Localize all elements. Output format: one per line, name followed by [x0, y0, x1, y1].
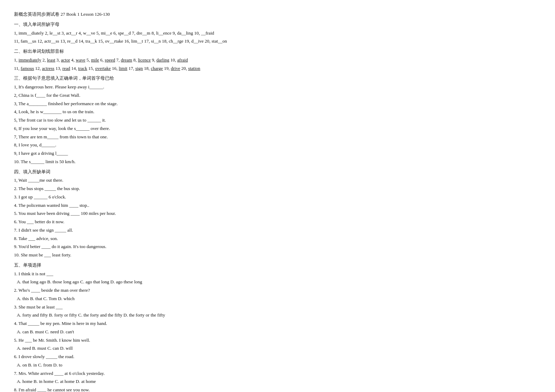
section-3-line-6: 6, If you lose your way, look the s_____… [14, 125, 541, 133]
section-4-line-4: 4. The policeman wanted him ____ stop.. [14, 202, 541, 210]
section-2: 二、标出单词划线部音标 1, immediately 2, least 3, a… [14, 48, 541, 72]
section-3-line-7: 7, There are ten m_____ from this town t… [14, 133, 541, 141]
section-3: 三、根据句子意思填入正确单词，单词首字母已给 1, It's dangerous… [14, 74, 541, 166]
mc-options-3: A. forty and fifty B. forty or fifty C. … [17, 311, 541, 319]
section-3-line-5: 5, The front car is too slow and let us … [14, 116, 541, 124]
mc-question-5: 5. He ___ be Mr. Smith. I know him well. [14, 336, 541, 344]
mc-question-4: 4. That _____ be my pen. Mine is here in… [14, 320, 541, 328]
section-4-line-7: 7. I didn't see the sign _____ all. [14, 226, 541, 234]
mc-options-4: A. can B. must C. need D. can't [17, 328, 541, 336]
section-4-line-3: 3. I got up ______ 6 o'clock. [14, 193, 541, 201]
section-3-line-3: 3, The a________ finished her performanc… [14, 100, 541, 108]
mc-options-2: A. this B. that C. Tom D. which [17, 295, 541, 303]
section-4-line-1: 1, Wait _____me out there. [14, 176, 541, 184]
section-1: 一、填入单词所缺字母 1, imm__diately 2, le__st 3, … [14, 21, 541, 45]
section-3-line-2: 2, China is f____ for the Great Wall. [14, 92, 541, 100]
section-4-line-9: 9. You'd better ____ do it again. It's t… [14, 243, 541, 251]
section-3-line-9: 9, I have got a driving l_____ [14, 150, 541, 158]
section-2-line-1: 1, immediately 2, least 3, actor 4, wave… [14, 56, 541, 64]
mc-options-1: A. that long ago B. those long ago C. ag… [17, 278, 541, 286]
mc-question-3: 3. She must be at least ___ [14, 303, 541, 311]
section-3-line-8: 8, I love you, d______. [14, 141, 541, 149]
mc-options-6: A. on B. in C. from D. to [17, 361, 541, 369]
section-4-line-5: 5. You must have been driving ____ 100 m… [14, 210, 541, 218]
page-wrapper: 新概念英语同步测试卷 27 Book 1 Lesson 126-130 一、填入… [14, 10, 541, 392]
mc-question-2: 2. Who's ____ beside the man over there? [14, 286, 541, 295]
section-4-header: 四、填入所缺单词 [14, 168, 541, 176]
section-3-header: 三、根据句子意思填入正确单词，单词首字母已给 [14, 74, 541, 82]
section-2-header: 二、标出单词划线部音标 [14, 48, 541, 56]
section-4-line-6: 6. You ___ better do it now. [14, 218, 541, 226]
mc-options-5: A. need B. must C. can D. will [17, 344, 541, 353]
section-3-line-1: 1, It's dangerous here. Please keep away… [14, 83, 541, 91]
section-2-line-2: 11, famous 12, actress 13, read 14, trac… [14, 65, 541, 73]
section-1-line-2: 11, fam__us 12, actr__ss 13, re__d 14, t… [14, 37, 541, 45]
section-1-header: 一、填入单词所缺字母 [14, 21, 541, 29]
section-4-line-10: 10. She must be ___ least forty. [14, 251, 541, 259]
section-5: 五、单项选择 1. I think it is not ___A. that l… [14, 261, 541, 392]
mc-question-7: 7. Mrs. White arrived ____ at 6 o'clock … [14, 370, 541, 378]
mc-question-1: 1. I think it is not ___ [14, 270, 541, 278]
section-5-header: 五、单项选择 [14, 261, 541, 269]
mc-options-7: A. home B. in home C. at home D. at home [17, 378, 541, 386]
section-5-items: 1. I think it is not ___A. that long ago… [14, 270, 541, 392]
page-title: 新概念英语同步测试卷 27 Book 1 Lesson 126-130 [14, 10, 541, 19]
section-4-line-8: 8. Take ___ advice, son. [14, 235, 541, 243]
mc-question-6: 6. I drove slowly _____ the road. [14, 353, 541, 361]
section-4-line-2: 2. The bus stops _____ the bus stop. [14, 185, 541, 193]
section-3-line-10: 10. The s______ limit is 50 km/h. [14, 158, 541, 166]
section-1-line-1: 1, imm__diately 2, le__st 3, act__r 4, w… [14, 29, 541, 37]
section-3-line-4: 4, Look, he is w________ to us on the tr… [14, 108, 541, 116]
section-4: 四、填入所缺单词 1, Wait _____me out there. 2. T… [14, 168, 541, 259]
mc-question-8: 8. I'm afraid ____ he cannot see you now… [14, 386, 541, 392]
